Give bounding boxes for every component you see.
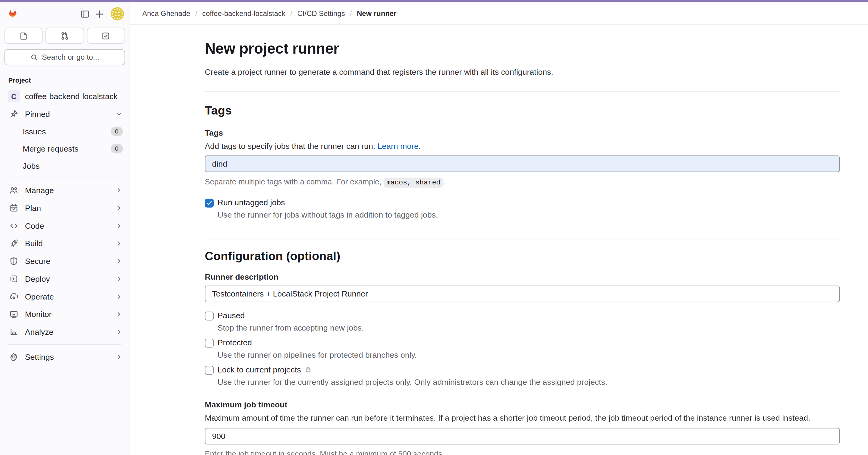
configuration-section-heading: Configuration (optional) — [205, 250, 840, 264]
sidebar-item-project[interactable]: C coffee-backend-localstack — [2, 87, 127, 105]
issues-label: Issues — [23, 127, 110, 136]
run-untagged-label[interactable]: Run untagged jobs — [218, 198, 285, 207]
chevron-right-icon — [115, 275, 123, 283]
sidebar: Search or go to... Project C coffee-back… — [0, 2, 130, 455]
sidebar-item-issues[interactable]: Issues 0 — [0, 123, 130, 140]
timeout-description: Maximum amount of time the runner can ru… — [205, 413, 840, 423]
tags-help-suffix: . — [443, 177, 445, 186]
chevron-right-icon — [115, 293, 123, 301]
section-divider — [205, 240, 840, 240]
sidebar-item-manage[interactable]: Manage — [2, 182, 127, 199]
runner-description-input[interactable]: Testcontainers + LocalStack Project Runn… — [205, 286, 840, 302]
monitor-label: Monitor — [25, 310, 115, 319]
timeout-label: Maximum job timeout — [205, 400, 840, 409]
lock-projects-label[interactable]: Lock to current projects — [218, 365, 312, 374]
issues-shortcut-button[interactable] — [4, 28, 43, 44]
timeout-input[interactable]: 900 — [205, 428, 840, 444]
chevron-right-icon — [115, 222, 123, 230]
breadcrumb-project[interactable]: coffee-backend-localstack — [202, 9, 285, 18]
merge-requests-count-badge: 0 — [111, 144, 123, 153]
jobs-label: Jobs — [23, 161, 123, 170]
paused-label[interactable]: Paused — [218, 311, 245, 320]
sidebar-item-deploy[interactable]: Deploy — [2, 270, 127, 288]
operate-label: Operate — [25, 292, 115, 301]
main-area: Anca Ghenade / coffee-backend-localstack… — [130, 2, 868, 455]
protected-label[interactable]: Protected — [218, 338, 252, 347]
sidebar-item-build[interactable]: Build — [2, 235, 127, 253]
code-label: Code — [25, 222, 115, 230]
rocket-icon — [8, 239, 20, 248]
collapse-sidebar-icon[interactable] — [78, 7, 92, 21]
search-input[interactable]: Search or go to... — [4, 49, 125, 65]
gitlab-new-runner-page: Search or go to... Project C coffee-back… — [0, 0, 868, 455]
protected-row: Protected — [205, 338, 840, 348]
todos-shortcut-button[interactable] — [87, 28, 125, 44]
sidebar-item-analyze[interactable]: Analyze — [2, 323, 127, 341]
run-untagged-description: Use the runner for jobs without tags in … — [218, 210, 840, 221]
build-label: Build — [25, 239, 115, 248]
timeout-input-value: 900 — [212, 431, 225, 440]
pinned-label: Pinned — [25, 110, 115, 119]
sidebar-item-monitor[interactable]: Monitor — [2, 305, 127, 323]
breadcrumb: Anca Ghenade / coffee-backend-localstack… — [130, 2, 868, 25]
analyze-label: Analyze — [25, 328, 115, 336]
tags-example-code: macos, shared — [384, 178, 443, 188]
sidebar-item-jobs[interactable]: Jobs — [0, 157, 130, 174]
tags-input-value: dind — [212, 160, 227, 168]
calendar-check-icon — [8, 204, 20, 213]
chevron-right-icon — [115, 204, 123, 212]
lock-projects-description: Use the runner for the currently assigne… — [218, 377, 840, 388]
sidebar-divider — [8, 178, 121, 178]
chevron-down-icon — [115, 110, 123, 118]
tags-help-text: Separate multiple tags with a comma. For… — [205, 177, 840, 187]
tags-help-prefix: Separate multiple tags with a comma. For… — [205, 177, 384, 186]
sidebar-item-merge-requests[interactable]: Merge requests 0 — [0, 140, 130, 157]
monitor-icon — [8, 310, 20, 319]
shield-icon — [8, 257, 20, 265]
deploy-icon — [8, 274, 20, 283]
create-new-plus-icon[interactable] — [92, 7, 106, 21]
manage-label: Manage — [25, 186, 115, 195]
sidebar-item-plan[interactable]: Plan — [2, 199, 127, 217]
chart-icon — [8, 328, 20, 336]
chevron-right-icon — [115, 328, 123, 336]
lock-projects-checkbox[interactable] — [205, 366, 214, 375]
sidebar-item-settings[interactable]: Settings — [2, 348, 127, 366]
paused-description: Stop the runner from accepting new jobs. — [218, 323, 840, 333]
chevron-right-icon — [115, 311, 123, 318]
user-avatar[interactable] — [111, 7, 124, 21]
gitlab-logo-icon[interactable] — [5, 7, 20, 21]
paused-checkbox[interactable] — [205, 312, 214, 321]
section-divider — [205, 91, 840, 92]
search-icon — [30, 53, 38, 61]
protected-checkbox[interactable] — [205, 339, 214, 348]
sidebar-section-label: Project — [0, 69, 130, 87]
breadcrumb-cicd-settings[interactable]: CI/CD Settings — [297, 9, 345, 18]
tags-description-period: . — [418, 141, 421, 150]
sidebar-header — [0, 2, 130, 25]
chevron-right-icon — [115, 239, 123, 248]
breadcrumb-user[interactable]: Anca Ghenade — [142, 9, 190, 18]
project-avatar: C — [8, 90, 20, 102]
paused-row: Paused — [205, 311, 840, 321]
timeout-help-text: Enter the job timeout in seconds. Must b… — [205, 449, 840, 455]
learn-more-link[interactable]: Learn more — [378, 141, 418, 150]
sidebar-item-secure[interactable]: Secure — [2, 253, 127, 270]
users-icon — [8, 186, 20, 195]
search-placeholder: Search or go to... — [42, 53, 99, 62]
secure-label: Secure — [25, 257, 115, 265]
tags-field-description: Add tags to specify jobs that the runner… — [205, 141, 840, 152]
merge-requests-label: Merge requests — [23, 144, 110, 153]
run-untagged-checkbox[interactable] — [205, 199, 214, 207]
new-runner-form: New project runner Create a project runn… — [130, 25, 840, 455]
protected-description: Use the runner on pipelines for protecte… — [218, 350, 840, 360]
lock-projects-row: Lock to current projects — [205, 365, 840, 375]
merge-requests-shortcut-button[interactable] — [45, 28, 84, 44]
gear-icon — [8, 353, 20, 361]
tags-input[interactable]: dind — [205, 156, 840, 172]
sidebar-divider — [8, 344, 121, 345]
sidebar-item-code[interactable]: Code — [2, 217, 127, 235]
sidebar-item-pinned[interactable]: Pinned — [2, 105, 127, 123]
tags-description-text: Add tags to specify jobs that the runner… — [205, 141, 375, 150]
sidebar-item-operate[interactable]: Operate — [2, 288, 127, 305]
